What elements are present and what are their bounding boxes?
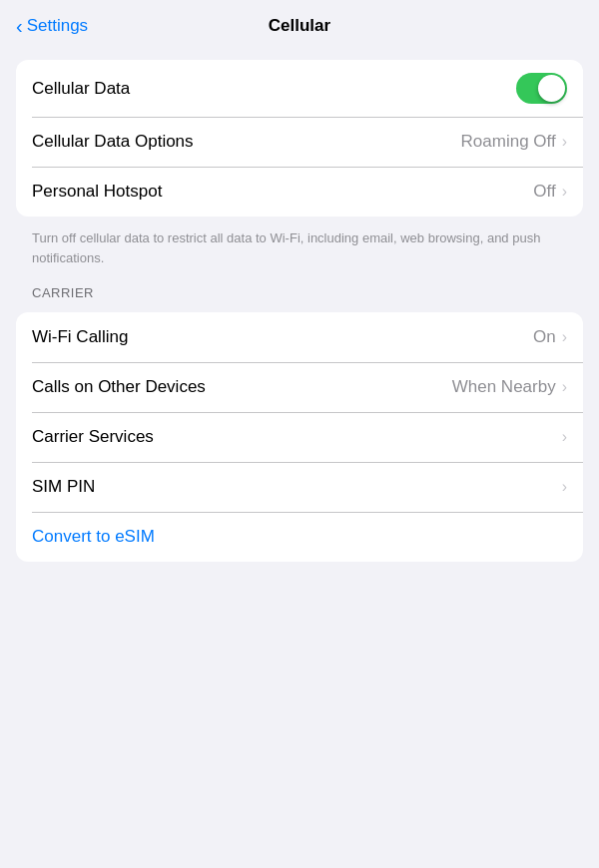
calls-other-devices-value: When Nearby	[452, 377, 556, 397]
sim-pin-label: SIM PIN	[32, 477, 95, 497]
back-chevron-icon: ‹	[16, 16, 23, 36]
cellular-data-label: Cellular Data	[32, 79, 130, 99]
chevron-icon: ›	[562, 328, 567, 346]
calls-other-devices-label: Calls on Other Devices	[32, 377, 206, 397]
wifi-calling-label: Wi-Fi Calling	[32, 327, 128, 347]
carrier-services-row[interactable]: Carrier Services ›	[16, 412, 583, 462]
carrier-section-header: CARRIER	[32, 285, 567, 300]
personal-hotspot-right: Off ›	[533, 182, 567, 202]
sim-pin-row[interactable]: SIM PIN ›	[16, 462, 583, 512]
back-button[interactable]: ‹ Settings	[16, 16, 88, 36]
page-title: Cellular	[269, 16, 330, 36]
personal-hotspot-label: Personal Hotspot	[32, 182, 162, 202]
cellular-data-row[interactable]: Cellular Data	[16, 60, 583, 117]
toggle-knob	[538, 75, 565, 102]
cellular-data-toggle[interactable]	[516, 73, 567, 104]
wifi-calling-right: On ›	[533, 327, 567, 347]
chevron-icon: ›	[562, 378, 567, 396]
carrier-section: Wi-Fi Calling On › Calls on Other Device…	[16, 312, 583, 562]
cellular-data-options-row[interactable]: Cellular Data Options Roaming Off ›	[16, 117, 583, 167]
back-label: Settings	[27, 16, 88, 36]
cellular-description: Turn off cellular data to restrict all d…	[32, 228, 567, 267]
cellular-data-options-right: Roaming Off ›	[461, 132, 567, 152]
wifi-calling-value: On	[533, 327, 556, 347]
personal-hotspot-row[interactable]: Personal Hotspot Off ›	[16, 167, 583, 217]
carrier-services-right: ›	[562, 428, 567, 446]
convert-to-esim-row[interactable]: Convert to eSIM	[16, 512, 583, 562]
cellular-section: Cellular Data Cellular Data Options Roam…	[16, 60, 583, 217]
calls-other-devices-row[interactable]: Calls on Other Devices When Nearby ›	[16, 362, 583, 412]
calls-other-devices-right: When Nearby ›	[452, 377, 567, 397]
cellular-data-options-value: Roaming Off	[461, 132, 556, 152]
cellular-data-options-label: Cellular Data Options	[32, 132, 194, 152]
sim-pin-right: ›	[562, 478, 567, 496]
chevron-icon: ›	[562, 183, 567, 201]
navigation-header: ‹ Settings Cellular	[0, 0, 599, 48]
convert-to-esim-label: Convert to eSIM	[32, 527, 155, 547]
wifi-calling-row[interactable]: Wi-Fi Calling On ›	[16, 312, 583, 362]
chevron-icon: ›	[562, 133, 567, 151]
chevron-icon: ›	[562, 478, 567, 496]
personal-hotspot-value: Off	[533, 182, 555, 202]
carrier-services-label: Carrier Services	[32, 427, 154, 447]
chevron-icon: ›	[562, 428, 567, 446]
